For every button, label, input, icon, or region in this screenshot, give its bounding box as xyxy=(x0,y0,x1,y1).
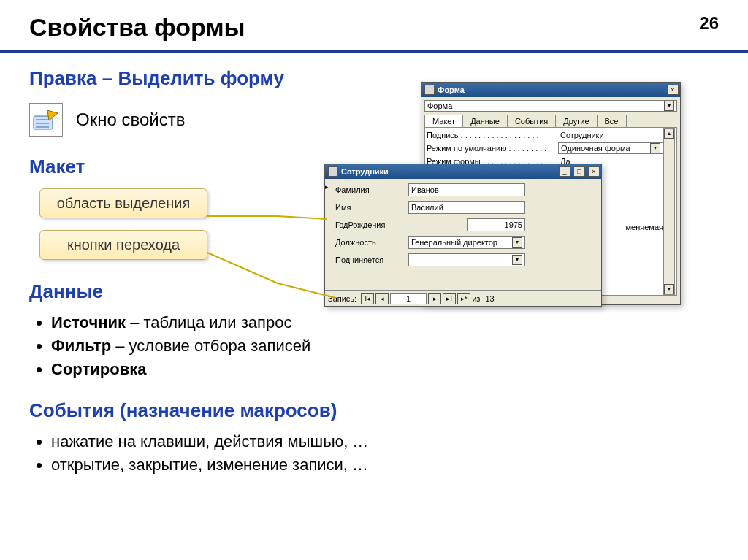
chevron-down-icon[interactable]: ▾ xyxy=(664,101,674,111)
scroll-up-icon[interactable]: ▴ xyxy=(664,129,674,139)
input-year[interactable]: 1975 xyxy=(467,218,525,231)
nav-next-button[interactable]: ▸ xyxy=(428,293,441,304)
chevron-down-icon[interactable]: ▾ xyxy=(650,143,660,153)
event-bullet-2: открытие, закрытие, изменение записи, … xyxy=(51,456,719,475)
nav-total-records: 13 xyxy=(485,294,494,303)
data-bullet-2: Фильтр – условие отбора записей xyxy=(51,337,719,356)
label-surname: Фамилия xyxy=(335,185,408,194)
nav-label: Запись: xyxy=(328,294,356,303)
window-icon xyxy=(328,166,338,177)
close-icon[interactable]: × xyxy=(588,166,600,177)
tab-all[interactable]: Все xyxy=(597,115,627,127)
label-year: ГодРождения xyxy=(335,220,408,229)
tab-events[interactable]: События xyxy=(507,115,556,127)
chevron-down-icon[interactable]: ▾ xyxy=(512,255,522,265)
chevron-down-icon[interactable]: ▾ xyxy=(512,237,522,248)
label-name: Имя xyxy=(335,203,408,212)
tab-data[interactable]: Данные xyxy=(462,115,508,127)
nav-first-button[interactable]: I◂ xyxy=(361,293,374,304)
data-bullet-1: Источник – таблица или запрос xyxy=(51,313,719,332)
input-name[interactable]: Василий xyxy=(408,201,525,214)
data-bullets: Источник – таблица или запрос Фильтр – у… xyxy=(34,313,719,379)
callout-nav-buttons: кнопки перехода xyxy=(39,230,207,260)
event-bullets: нажатие на клавиши, действия мышью, … от… xyxy=(34,432,719,475)
nav-new-button[interactable]: ▸* xyxy=(457,293,470,304)
record-navigator: Запись: I◂ ◂ 1 ▸ ▸I ▸* из 13 xyxy=(325,290,601,306)
maximize-icon[interactable]: □ xyxy=(573,166,585,177)
nav-prev-button[interactable]: ◂ xyxy=(375,293,389,304)
properties-icon xyxy=(29,103,63,137)
properties-window-title: Форма xyxy=(438,85,664,94)
object-selector[interactable]: Форма ▾ xyxy=(424,100,677,112)
employees-window: Сотрудники _ □ × Фамилия Иванов Имя Васи… xyxy=(324,164,602,307)
page-title: Свойства формы xyxy=(29,13,719,42)
event-bullet-1: нажатие на клавиши, действия мышью, … xyxy=(51,432,719,451)
tab-layout[interactable]: Макет xyxy=(424,115,463,127)
prop-value-truncated: меняемая xyxy=(626,223,663,231)
minimize-icon[interactable]: _ xyxy=(559,166,570,177)
section-events: События (назначение макросов) xyxy=(29,399,719,422)
input-surname[interactable]: Иванов xyxy=(408,183,525,196)
input-reports[interactable]: ▾ xyxy=(408,253,525,266)
prop-label-defaultview: Режим по умолчанию . . . . . . . . . xyxy=(427,144,558,153)
prop-label-caption: Подпись . . . . . . . . . . . . . . . . … xyxy=(427,131,558,139)
window-icon xyxy=(424,85,435,95)
label-reports: Подчиняется xyxy=(335,256,408,264)
property-tabs: Макет Данные События Другие Все xyxy=(424,115,677,128)
prop-value-caption[interactable]: Сотрудники xyxy=(558,129,663,141)
properties-icon-label: Окно свойств xyxy=(76,110,185,130)
nav-current-record[interactable]: 1 xyxy=(390,293,427,304)
label-position: Должность xyxy=(335,238,408,247)
input-position[interactable]: Генеральный директор ▾ xyxy=(408,236,525,249)
title-divider xyxy=(0,50,748,53)
scroll-down-icon[interactable]: ▾ xyxy=(664,284,674,294)
close-icon[interactable]: × xyxy=(667,85,679,95)
callout-record-selector: область выделения xyxy=(39,188,207,218)
data-bullet-3: Сортировка xyxy=(51,360,719,379)
nav-of-label: из xyxy=(472,294,480,303)
page-number: 26 xyxy=(699,13,719,34)
prop-value-defaultview[interactable]: Одиночная форма ▾ xyxy=(558,142,663,154)
employees-window-title: Сотрудники xyxy=(341,167,556,176)
tab-other[interactable]: Другие xyxy=(555,115,597,127)
nav-last-button[interactable]: ▸I xyxy=(443,293,456,304)
